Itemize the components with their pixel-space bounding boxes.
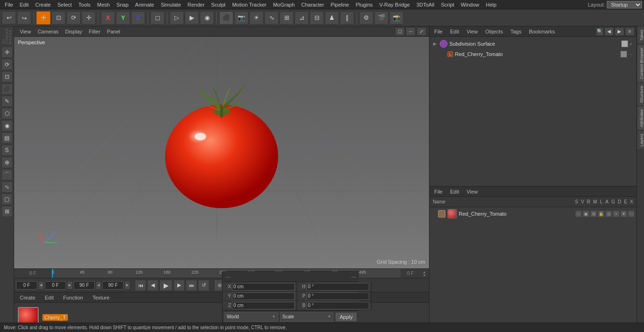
light-button[interactable]: ☀ [249,11,264,24]
cube-primitive-button[interactable]: ⬛ [219,11,233,24]
scale-tool-left[interactable]: ⊡ [1,71,13,82]
snap-tool-left[interactable]: ⊞ [1,206,13,217]
z-axis-button[interactable]: Z [131,11,145,24]
world-dropdown[interactable]: World ▼ [224,312,278,322]
viewport-menu-panel[interactable]: Panel [104,26,123,37]
start-frame-field[interactable]: 0 F [16,281,37,290]
menu-tools[interactable]: Tools [75,0,93,9]
skip-to-start-button[interactable]: ⏮ [135,280,146,291]
camera-tool-left[interactable]: ▢ [1,194,13,205]
menu-file[interactable]: File [2,0,16,9]
menu-animate[interactable]: Animate [132,0,157,9]
object-mode-button[interactable]: ◻ [150,11,165,24]
menu-mograph[interactable]: MoGraph [270,0,297,9]
menu-help[interactable]: Help [483,0,500,9]
transform-tool-button[interactable]: ✛ [82,11,96,24]
viewport-menu-display[interactable]: Display [62,26,85,37]
obj-check-3[interactable] [620,51,627,57]
preview-start-field[interactable]: 0 F [45,281,66,290]
viewport-menu-cameras[interactable]: Cameras [35,26,62,37]
prev-frame-button[interactable]: ◀ [147,280,158,291]
hair-button[interactable]: ∥ [340,11,354,24]
rotate-tool-left[interactable]: ⟳ [1,59,13,70]
scale-tool-button[interactable]: ⊡ [51,11,66,24]
obj-expand-arrow[interactable]: ▶ [433,41,438,46]
bottom-menu-create[interactable]: Create [17,292,38,303]
viewport-menu-filter[interactable]: Filter [86,26,103,37]
obj-dots[interactable]: ⋯ [628,52,633,57]
menu-pipeline[interactable]: Pipeline [328,0,352,9]
menu-plugins[interactable]: Plugins [353,0,375,9]
material-row[interactable]: Red_Cherry_Tomato ○ ▣ ⊟ 🔒 ◎ ≈ ▼ ⋯ [429,207,636,220]
viewport-icon-1[interactable]: ⬡ [395,27,405,36]
tab-content-browser[interactable]: Content Browser [637,44,644,82]
end-frame-field[interactable]: 90 F [74,281,95,290]
material-name-label[interactable]: Cherry_T [42,314,68,321]
render-settings-button[interactable]: ⚙ [359,11,373,24]
timeline-arrows[interactable]: ▲ ▼ [420,269,429,278]
menu-window[interactable]: Window [458,0,482,9]
layout-dropdown[interactable]: Startup Standard [607,1,642,8]
coord-x-input[interactable] [232,283,295,291]
loop-button[interactable]: ↺ [198,280,209,291]
character-button[interactable]: ♟ [325,11,339,24]
bottom-menu-texture[interactable]: Texture [90,292,112,303]
viewport-render-button[interactable]: 🎬 [374,11,388,24]
preview-end-field[interactable]: 90 F [102,281,124,290]
menu-edit[interactable]: Edit [17,0,32,9]
menu-select[interactable]: Select [55,0,75,9]
bottom-menu-function[interactable]: Function [60,292,86,303]
brush-tool-left[interactable]: ⊕ [1,157,13,168]
tab-structure[interactable]: Structure [637,82,644,106]
obj-check-2[interactable]: ✓ [629,41,633,47]
coord-y-input[interactable] [232,292,295,300]
deformer-button[interactable]: ⊿ [295,11,309,24]
obj-menu-icon[interactable]: ≡ [625,27,635,36]
menu-character[interactable]: Character [298,0,327,9]
y-axis-button[interactable]: Y [116,11,130,24]
layer-tool-left[interactable]: ▤ [1,132,13,144]
mat-menu-file[interactable]: File [431,186,446,197]
tab-takes[interactable]: Takes [637,26,644,44]
render-frame-button[interactable]: ▷ [170,11,184,24]
obj-menu-view[interactable]: View [464,26,481,37]
mat-menu-view[interactable]: View [464,186,481,197]
spline-tool-left[interactable]: ∿ [1,181,13,193]
bottom-menu-edit[interactable]: Edit [42,292,57,303]
apply-button[interactable]: Apply [335,312,357,322]
obj-fwd-icon[interactable]: ▶ [615,27,624,36]
menu-snap[interactable]: Snap [114,0,132,9]
mograph-button[interactable]: ⊟ [310,11,324,24]
render-region-button[interactable]: ◉ [200,11,214,24]
end-frame-down[interactable]: ◄ [96,281,101,290]
mat-color-swatch[interactable] [447,209,457,219]
timeline-down-arrow[interactable]: ▼ [423,274,426,277]
viewport[interactable]: View Cameras Display Filter Panel ⬡ ↔ ⤢ [14,26,429,268]
menu-motion-tracker[interactable]: Motion Tracker [229,0,269,9]
obj-menu-edit[interactable]: Edit [447,26,462,37]
object-item-cherry-tomato[interactable]: L Red_Cherry_Tomato ⋯ [431,49,635,59]
start-frame-down[interactable]: ◄ [38,281,44,290]
rotate-tool-button[interactable]: ⟳ [66,11,81,24]
redo-button[interactable]: ↩ [17,11,31,24]
preview-start-up[interactable]: ► [67,281,73,290]
sculpt-tool-left[interactable]: ◉ [1,120,13,131]
snapshot-button[interactable]: 📸 [389,11,404,24]
undo-button[interactable]: ↩ [2,11,16,24]
render-viewport-button[interactable]: ▶ [185,11,199,24]
obj-search-icon[interactable]: 🔍 [596,27,603,36]
object-item-subdivision[interactable]: ▶ Subdivision Surface ✓ [431,39,635,49]
bend-tool-left[interactable]: ⌒ [1,169,13,180]
obj-menu-file[interactable]: File [431,26,446,37]
tab-attributes[interactable]: Attributes [637,106,644,130]
move-tool-button[interactable]: ✛ [36,11,50,24]
nurbs-button[interactable]: ⊞ [280,11,294,24]
paint-tool-left[interactable]: S [1,145,13,156]
viewport-icon-2[interactable]: ↔ [406,27,415,36]
obj-menu-objects[interactable]: Objects [482,26,505,37]
coord-h-input[interactable] [306,283,369,291]
obj-menu-bookmarks[interactable]: Bookmarks [526,26,558,37]
menu-simulate[interactable]: Simulate [158,0,184,9]
poly-tool-left[interactable]: ⬡ [1,108,13,119]
viewport-icon-3[interactable]: ⤢ [417,27,426,36]
